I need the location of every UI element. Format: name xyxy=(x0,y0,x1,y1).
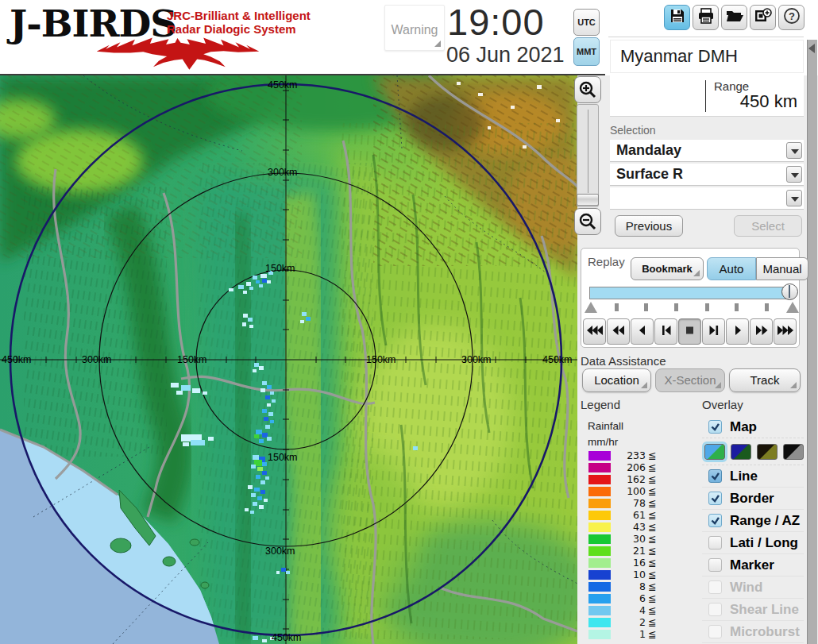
overlay-item-marker[interactable]: Marker xyxy=(702,554,804,577)
radar-echo-cell xyxy=(256,475,260,479)
radar-echo-cell xyxy=(192,388,200,393)
zoom-out-button[interactable] xyxy=(574,208,601,235)
timezone-mmt-button[interactable]: MMT xyxy=(573,37,600,66)
radar-map[interactable]: 450km300km150km150km300km450km450km300km… xyxy=(0,75,577,644)
map-style-swatch-3[interactable] xyxy=(757,444,777,460)
legend-color-swatch xyxy=(588,511,611,520)
dropdown-value: Mandalay xyxy=(616,142,681,158)
toolbar: ? xyxy=(664,5,804,30)
selection-dropdown-2[interactable]: Surface R xyxy=(610,164,804,186)
selection-dropdowns: MandalaySurface R xyxy=(610,140,804,211)
print-icon xyxy=(697,7,715,28)
radar-echo-cell xyxy=(262,381,267,385)
zoom-in-button[interactable] xyxy=(574,76,601,103)
svg-text:?: ? xyxy=(789,10,795,22)
lati-long-checkbox[interactable] xyxy=(708,536,722,550)
auto-button[interactable]: Auto xyxy=(707,257,756,280)
track-button[interactable]: Track xyxy=(729,368,801,392)
range-value: 450 km xyxy=(740,91,797,112)
dropdown-arrow-button[interactable] xyxy=(786,142,802,159)
map-style-swatch-4[interactable] xyxy=(783,444,804,460)
overlay-item-range-az[interactable]: Range / AZ xyxy=(702,510,804,532)
step-back-button[interactable] xyxy=(654,318,677,345)
manual-button[interactable]: Manual xyxy=(756,257,808,280)
help-button[interactable]: ? xyxy=(778,5,804,30)
radar-echo-cell xyxy=(281,568,286,572)
selection-dropdown-1[interactable]: Mandalay xyxy=(610,140,804,162)
dropdown-arrow-button[interactable] xyxy=(786,166,802,183)
overlay-label: Overlay xyxy=(702,398,743,411)
radar-echo-cell xyxy=(306,317,311,321)
panel-collapse-arrow-icon[interactable] xyxy=(808,44,815,53)
radar-echo-cell xyxy=(250,511,254,514)
overlay-item-line[interactable]: Line xyxy=(702,465,804,488)
replay-panel: Replay Bookmark Auto Manual xyxy=(581,248,800,348)
replay-timeline-slider[interactable] xyxy=(589,287,789,299)
save-button[interactable] xyxy=(664,5,690,30)
map-style-swatch-2[interactable] xyxy=(731,444,751,460)
stop-button[interactable] xyxy=(678,318,701,345)
play-reverse-button[interactable] xyxy=(631,318,654,345)
legend-value: 162 xyxy=(611,473,646,485)
forward-button[interactable] xyxy=(750,318,773,345)
radar-echo-cell xyxy=(181,385,191,391)
overlay-item-lati-long[interactable]: Lati / Long xyxy=(702,532,804,554)
radar-echo-cell xyxy=(254,488,260,492)
panel-scrollbar[interactable] xyxy=(807,40,817,644)
overlay-item-border[interactable]: Border xyxy=(702,488,804,510)
legend-color-swatch xyxy=(588,606,611,615)
play-button[interactable] xyxy=(726,318,749,345)
map-checkbox[interactable] xyxy=(708,420,722,434)
zoom-slider-track[interactable] xyxy=(577,104,599,207)
radar-echo-cell xyxy=(272,399,276,403)
legend-lte-symbol: ≦ xyxy=(646,473,658,485)
play-reverse-icon xyxy=(635,325,650,339)
radar-echo-cell xyxy=(238,285,244,289)
zoom-slider-handle[interactable] xyxy=(577,194,599,206)
radar-echo-cell xyxy=(257,467,263,471)
radar-echo-cell xyxy=(267,280,271,283)
radar-echo-cell xyxy=(253,502,257,506)
step-forward-button[interactable] xyxy=(702,318,725,345)
legend-row: 6≦ xyxy=(588,592,658,604)
selection-dropdown-3[interactable] xyxy=(610,187,804,210)
border-checkbox[interactable] xyxy=(708,492,722,505)
rewind-button[interactable] xyxy=(607,318,630,345)
map-style-swatch-1[interactable] xyxy=(704,444,725,460)
line-checkbox[interactable] xyxy=(708,469,722,483)
radar-echo-cell xyxy=(256,280,260,283)
radar-echo-cell xyxy=(262,462,267,466)
slider-end-marker[interactable] xyxy=(786,302,799,313)
legend-value: 100 xyxy=(611,485,646,497)
legend-color-swatch xyxy=(588,463,611,472)
bookmark-button[interactable]: Bookmark xyxy=(631,257,704,280)
legend-row: 8≦ xyxy=(588,580,658,592)
x-section-button: X-Section xyxy=(655,368,725,392)
rewind-fast-button[interactable] xyxy=(583,318,606,345)
forward-fast-button[interactable] xyxy=(774,318,797,345)
slider-start-marker[interactable] xyxy=(585,302,597,313)
replay-slider-handle[interactable] xyxy=(781,283,798,300)
radar-echo-cell xyxy=(262,433,268,438)
dropdown-arrow-button[interactable] xyxy=(786,190,802,206)
marker-checkbox[interactable] xyxy=(708,558,722,572)
overlay-item-map[interactable]: Map xyxy=(702,416,804,438)
add-image-button[interactable] xyxy=(750,5,776,30)
radar-echo-cell xyxy=(171,383,179,388)
radar-echo-cell xyxy=(300,320,304,323)
rewind-fast-icon xyxy=(587,325,603,339)
timezone-utc-button[interactable]: UTC xyxy=(573,9,600,36)
range-az-checkbox[interactable] xyxy=(708,514,722,527)
previous-button[interactable]: Previous xyxy=(615,215,683,237)
warning-button[interactable]: Warning xyxy=(384,5,445,51)
wind-checkbox xyxy=(708,580,722,594)
legend-lte-symbol: ≦ xyxy=(646,580,658,592)
legend-color-swatch xyxy=(588,499,611,508)
radar-echo-cell xyxy=(262,409,267,413)
radar-echo-cell xyxy=(264,499,268,502)
open-folder-button[interactable] xyxy=(721,5,747,30)
location-button[interactable]: Location xyxy=(582,368,651,392)
radar-echo-cell xyxy=(256,430,262,434)
print-button[interactable] xyxy=(693,5,719,30)
legend-lte-symbol: ≦ xyxy=(646,461,658,473)
